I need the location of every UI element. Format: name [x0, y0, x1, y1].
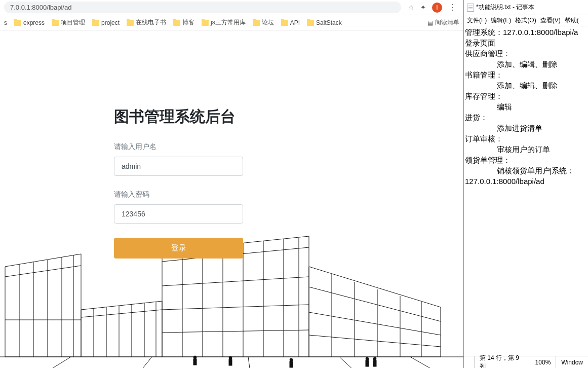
status-zoom: 100% — [530, 356, 556, 368]
login-panel: 图书管理系统后台 请输入用户名 请输入密码 登录 — [114, 106, 256, 259]
notepad-content[interactable]: 管理系统：127.0.0.1:8000/lbapi/a 登录页面 供应商管理： … — [464, 26, 588, 356]
svg-line-16 — [162, 277, 309, 286]
svg-line-37 — [339, 357, 360, 368]
folder-icon — [92, 20, 99, 26]
bookmark-item[interactable]: project — [92, 19, 120, 26]
menu-format[interactable]: 格式(O) — [513, 16, 538, 25]
notepad-title-text: *功能说明.txt - 记事本 — [476, 3, 534, 12]
username-label: 请输入用户名 — [114, 142, 256, 152]
svg-line-1 — [5, 266, 81, 277]
menu-help[interactable]: 帮助( — [563, 16, 581, 25]
menu-view[interactable]: 查看(V) — [538, 16, 563, 25]
password-input[interactable] — [114, 204, 243, 224]
svg-point-41 — [229, 356, 232, 359]
svg-point-47 — [373, 357, 376, 360]
menu-file[interactable]: 文件(F) — [465, 16, 489, 25]
svg-line-38 — [410, 357, 443, 368]
folder-icon — [14, 20, 21, 26]
status-os: Window — [556, 356, 588, 368]
folder-icon — [253, 20, 260, 26]
svg-rect-46 — [366, 360, 369, 366]
svg-line-8 — [81, 310, 162, 317]
svg-line-35 — [137, 357, 152, 368]
bookmark-item[interactable]: s — [4, 19, 7, 26]
bookmark-item[interactable]: 论坛 — [253, 18, 274, 27]
svg-line-18 — [162, 330, 309, 333]
password-label: 请输入密码 — [114, 190, 256, 199]
menu-edit[interactable]: 编辑(E) — [489, 16, 513, 25]
notepad-titlebar: *功能说明.txt - 记事本 — [464, 0, 588, 15]
reading-list-button[interactable]: ▤阅读清单 — [427, 18, 459, 27]
extensions-icon[interactable]: ✦ — [420, 4, 426, 11]
svg-rect-40 — [193, 359, 197, 365]
svg-point-45 — [366, 357, 369, 360]
svg-rect-48 — [373, 360, 376, 366]
svg-line-28 — [309, 335, 441, 347]
svg-rect-42 — [229, 359, 232, 365]
svg-line-26 — [309, 287, 441, 321]
folder-icon — [202, 20, 209, 26]
svg-point-43 — [290, 358, 293, 361]
bookmark-item[interactable]: SaltStack — [307, 19, 342, 26]
bookmark-item[interactable]: express — [14, 19, 45, 26]
list-icon: ▤ — [427, 19, 433, 26]
folder-icon — [173, 20, 180, 26]
bookmark-item[interactable]: 项目管理 — [52, 18, 85, 27]
notepad-status-bar: 第 14 行，第 9 列 100% Window — [464, 356, 588, 368]
bookmarks-bar: s express 项目管理 project 在线电子书 博客 js三方常用库 … — [0, 15, 463, 30]
notepad-menu-bar: 文件(F) 编辑(E) 格式(O) 查看(V) 帮助( — [464, 15, 588, 26]
page-title: 图书管理系统后台 — [114, 106, 256, 127]
bookmark-item[interactable]: API — [281, 19, 300, 26]
status-cursor-position: 第 14 行，第 9 列 — [474, 356, 530, 368]
url-input[interactable]: 7.0.0.1:8000/lbapi/ad — [4, 2, 401, 13]
profile-avatar[interactable]: I — [432, 3, 442, 13]
username-input[interactable] — [114, 157, 243, 176]
bookmark-star-icon[interactable]: ☆ — [408, 4, 414, 11]
svg-rect-44 — [290, 361, 293, 367]
folder-icon — [52, 20, 59, 26]
browser-window: 7.0.0.1:8000/lbapi/ad ☆ ✦ I ⋮ s express … — [0, 0, 463, 368]
folder-icon — [307, 20, 314, 26]
browser-address-bar: 7.0.0.1:8000/lbapi/ad ☆ ✦ I ⋮ — [0, 0, 463, 15]
svg-line-17 — [162, 305, 309, 310]
svg-point-39 — [193, 356, 197, 359]
browser-menu-icon[interactable]: ⋮ — [448, 3, 456, 12]
notepad-window: *功能说明.txt - 记事本 文件(F) 编辑(E) 格式(O) 查看(V) … — [463, 0, 588, 368]
login-button[interactable]: 登录 — [114, 238, 243, 259]
bookmark-item[interactable]: 在线电子书 — [127, 18, 166, 27]
browser-page-body: 图书管理系统后台 请输入用户名 请输入密码 登录 — [0, 30, 463, 368]
bookmark-item[interactable]: 博客 — [173, 18, 194, 27]
svg-line-34 — [41, 357, 71, 368]
folder-icon — [281, 20, 288, 26]
svg-line-27 — [309, 312, 441, 335]
bookmark-item[interactable]: js三方常用库 — [202, 18, 246, 27]
svg-line-36 — [248, 357, 251, 368]
document-icon — [467, 4, 474, 12]
folder-icon — [127, 20, 134, 26]
